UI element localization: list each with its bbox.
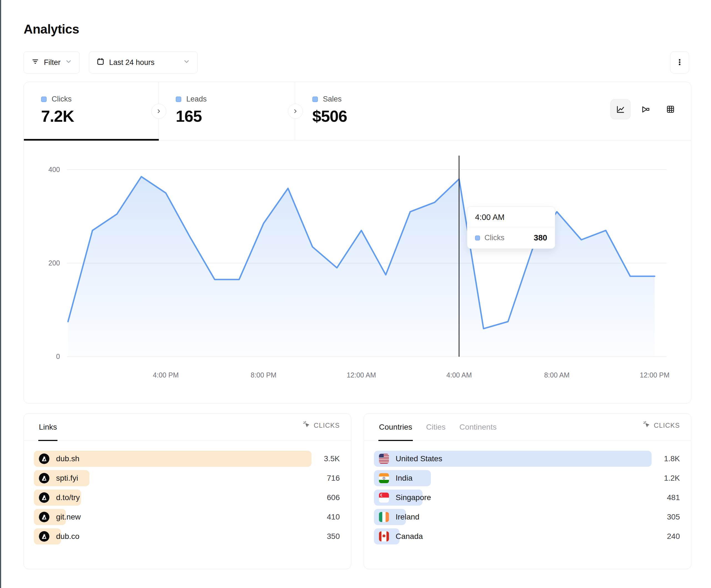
date-range-label: Last 24 hours [109,58,155,67]
y-tick-label: 0 [32,353,60,361]
chevron-right-icon [292,108,298,114]
more-options-button[interactable] [670,51,689,73]
links-panel: Links CLICKS dub.sh3.5Kspti.fyi716d.to/t… [24,413,351,569]
dub-logo [39,512,49,522]
line-chart-icon [616,104,625,114]
x-tick-label: 12:00 AM [347,371,376,379]
x-tick-label: 8:00 AM [544,371,570,379]
ireland-flag [379,512,389,522]
chart-crosshair [459,156,459,357]
leads-tab-value: 165 [176,107,295,126]
links-metric-label: CLICKS [314,422,340,429]
x-tick-label: 8:00 PM [251,371,277,379]
tab-leads[interactable]: Leads 165 [158,82,295,140]
link-row-dub-co[interactable]: dub.co350 [34,528,340,544]
row-value: 716 [327,470,340,486]
filter-button-label: Filter [44,58,61,67]
filter-icon [31,58,39,68]
links-metric[interactable]: CLICKS [303,421,340,440]
chart-svg [67,156,667,357]
filter-button[interactable]: Filter [24,51,80,73]
clicks-chart[interactable]: 4002000 4:00 PM8:00 PM12:00 AM4:00 AM8:0… [24,140,691,403]
funnel-chart-button[interactable] [635,99,655,119]
row-label: d.to/try [56,493,80,502]
row-label: spti.fyi [56,474,78,482]
row-value: 3.5K [324,451,340,467]
chart-type-toggle [610,99,681,119]
sales-legend-square [312,96,318,102]
sales-tab-label: Sales [323,95,342,104]
india-flag [379,473,389,483]
tab-clicks[interactable]: Clicks 7.2K [24,82,158,140]
row-label: United States [395,454,442,463]
row-value: 1.2K [664,470,680,486]
clicks-tab-value: 7.2K [41,107,158,126]
y-tick-label: 400 [32,165,60,174]
x-tick-label: 4:00 AM [447,371,472,379]
dub-logo [39,492,49,503]
tab-sales[interactable]: Sales $506 [295,82,451,140]
link-row-git-new[interactable]: git.new410 [34,509,340,525]
dub-logo [39,453,49,464]
country-row-ireland[interactable]: Ireland305 [374,509,680,525]
row-label: dub.sh [56,454,80,463]
date-range-button[interactable]: Last 24 hours [89,51,198,73]
x-tick-label: 12:00 PM [640,371,669,379]
dub-logo [39,531,49,542]
country-row-united-states[interactable]: United States1.8K [374,451,680,467]
page-title: Analytics [24,22,79,37]
countries-metric-label: CLICKS [654,422,680,429]
country-row-singapore[interactable]: Singapore481 [374,490,680,506]
next-step-button[interactable] [288,104,303,119]
funnel-chart-icon [641,104,650,114]
cursor-click-icon [643,421,650,430]
link-row-spti-fyi[interactable]: spti.fyi716 [34,470,340,486]
chevron-down-icon [65,58,72,67]
row-value: 240 [667,528,680,544]
next-step-button[interactable] [151,104,166,119]
us-flag [379,454,389,464]
row-label: India [395,474,413,482]
tab-links[interactable]: Links [38,413,58,441]
row-value: 350 [327,528,340,544]
row-label: dub.co [56,532,80,541]
table-view-button[interactable] [661,99,681,119]
tooltip-legend-square [475,235,480,241]
row-value: 305 [667,509,680,525]
leads-tab-label: Leads [186,95,207,104]
countries-metric[interactable]: CLICKS [643,421,680,440]
link-row-d-to-try[interactable]: d.to/try606 [34,490,340,506]
sales-tab-value: $506 [312,107,451,126]
leads-legend-square [176,96,181,102]
countries-panel-header: CountriesCitiesContinents CLICKS [364,413,691,441]
y-tick-label: 200 [32,259,60,267]
row-label: Ireland [395,513,419,521]
row-label: git.new [56,513,81,521]
line-chart-button[interactable] [610,99,630,119]
tab-countries[interactable]: Countries [379,413,413,441]
tab-cities[interactable]: Cities [426,413,446,441]
row-label: Canada [395,532,423,541]
row-value: 410 [327,509,340,525]
link-row-dub-sh[interactable]: dub.sh3.5K [34,451,340,467]
chevron-right-icon [156,108,162,114]
row-value: 606 [327,490,340,506]
country-row-canada[interactable]: Canada240 [374,528,680,544]
calendar-icon [96,58,105,68]
tab-continents[interactable]: Continents [459,413,497,441]
country-row-india[interactable]: India1.2K [374,470,680,486]
tooltip-series-label: Clicks [484,233,504,242]
row-value: 1.8K [664,451,680,467]
kebab-icon [675,58,684,67]
countries-panel: CountriesCitiesContinents CLICKS United … [364,413,691,569]
tooltip-value: 380 [534,233,547,243]
dub-logo [39,473,49,483]
left-edge-accent [0,0,1,588]
canada-flag [379,532,389,541]
chart-tooltip: 4:00 AM Clicks 380 [467,206,555,249]
clicks-tab-label: Clicks [52,95,72,104]
row-label: Singapore [395,493,431,502]
tooltip-time: 4:00 AM [467,207,555,227]
table-grid-icon [666,104,675,114]
clicks-legend-square [41,96,47,102]
